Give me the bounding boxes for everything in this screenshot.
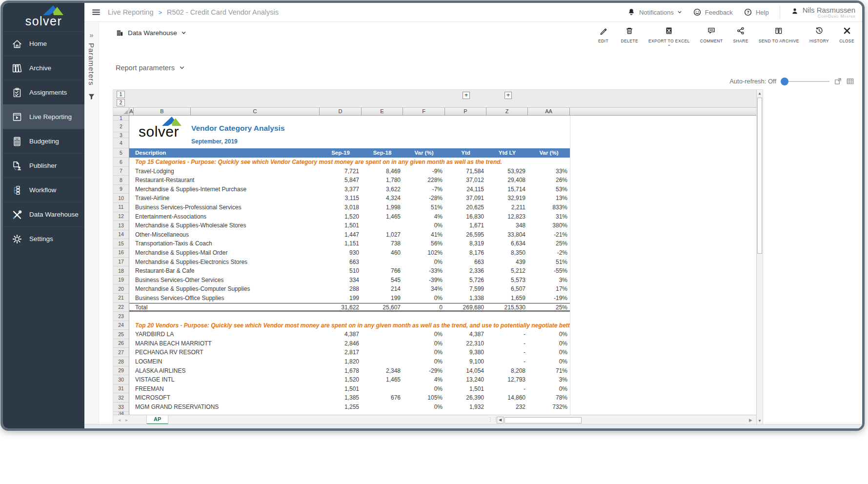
sheet-cell[interactable]: 56%: [403, 239, 445, 248]
sheet-cell[interactable]: -7%: [403, 185, 445, 194]
scroll-left-button[interactable]: ◀: [497, 417, 504, 424]
sheet-cell[interactable]: Business Services-Other Services: [129, 276, 320, 285]
sheet-cell[interactable]: 14,860: [486, 393, 528, 403]
sheet-cell[interactable]: 1,385: [320, 393, 362, 403]
export-to-excel-button[interactable]: EXPORT TO EXCEL⌄: [648, 26, 690, 46]
open-new-window-icon[interactable]: [834, 77, 842, 85]
vertical-scrollbar[interactable]: ▲ ▼: [756, 90, 763, 424]
sheet-cell[interactable]: 5,212: [486, 266, 528, 276]
row-number-28[interactable]: 28: [113, 357, 129, 366]
sheet-cell[interactable]: Business Services-Professional Services: [129, 203, 320, 212]
sheet-cell[interactable]: 105%: [403, 393, 445, 403]
sheet-cell[interactable]: 29,408: [486, 176, 528, 185]
sheet-cell[interactable]: 5,573: [486, 276, 528, 285]
sheet-cell[interactable]: -9%: [403, 167, 445, 176]
row-number-15[interactable]: 15: [113, 239, 129, 248]
sheet-cell[interactable]: 33,804: [486, 230, 528, 240]
sheet-cell[interactable]: 1,255: [320, 403, 362, 412]
sheet-cell[interactable]: 26%: [528, 176, 570, 185]
sheet-cell[interactable]: 0%: [403, 221, 445, 230]
sheet-cell[interactable]: 51%: [528, 258, 570, 267]
sheet-cell[interactable]: 460: [362, 248, 403, 258]
sheet-cell[interactable]: 12,823: [486, 212, 528, 222]
share-button[interactable]: SHARE: [733, 26, 748, 43]
scroll-up-button[interactable]: ▲: [757, 91, 763, 96]
sheet-cell[interactable]: Restaurant-Bar & Cafe: [129, 266, 320, 276]
sheet-cell[interactable]: 4%: [403, 375, 445, 384]
sheet-cell[interactable]: -39%: [403, 276, 445, 285]
sheet-cell[interactable]: 0: [403, 303, 445, 311]
sheet-cell[interactable]: 545: [362, 276, 403, 285]
sheet-cell[interactable]: MGM GRAND RESERVATIONS: [129, 403, 320, 412]
sheet-cell[interactable]: 663: [445, 258, 486, 267]
user-menu[interactable]: Nils Rasmussen CorpDemo Master: [791, 6, 855, 19]
row-number-17[interactable]: 17: [113, 258, 129, 267]
row-number-30[interactable]: 30: [113, 375, 129, 384]
sheet-cell[interactable]: 53,929: [486, 167, 528, 176]
edit-button[interactable]: EDIT: [596, 26, 611, 43]
sheet-cell[interactable]: 380%: [528, 221, 570, 230]
column-header-Z[interactable]: Z: [486, 108, 528, 115]
auto-refresh-slider[interactable]: [781, 78, 829, 85]
sheet-cell[interactable]: 8,176: [445, 248, 486, 258]
select-all-corner[interactable]: [113, 108, 129, 115]
sheet-cell[interactable]: 0%: [528, 357, 570, 366]
sheet-cell[interactable]: 766: [362, 266, 403, 276]
row-number-31[interactable]: 31: [113, 384, 129, 394]
row-number-6[interactable]: 6: [113, 158, 129, 167]
menu-icon[interactable]: [91, 8, 101, 17]
delete-button[interactable]: DELETE: [621, 26, 638, 43]
sheet-cell[interactable]: 102%: [403, 248, 445, 258]
sheet-cell[interactable]: 732%: [528, 403, 570, 412]
column-header-P[interactable]: P: [445, 108, 486, 115]
sheet-cell[interactable]: -: [486, 384, 528, 394]
row-number-2[interactable]: 2: [113, 121, 129, 132]
sheet-cell[interactable]: 1,820: [320, 357, 362, 366]
sheet-cell[interactable]: 1,027: [362, 230, 403, 240]
sheet-cell[interactable]: 2,846: [320, 339, 362, 348]
sheet-cell[interactable]: 15,714: [486, 185, 528, 194]
sheet-cell[interactable]: -2%: [528, 248, 570, 258]
breadcrumb-section[interactable]: Live Reporting: [108, 8, 154, 16]
row-number-13[interactable]: 13: [113, 221, 129, 230]
vertical-scroll-thumb[interactable]: [757, 98, 762, 254]
sheet-cell[interactable]: 5,726: [445, 276, 486, 285]
report-parameters-toggle[interactable]: Report parameters: [116, 64, 185, 72]
sheet-cell[interactable]: 3,377: [320, 185, 362, 194]
sheet-cell[interactable]: 288: [320, 284, 362, 294]
sheet-cell[interactable]: 14,054: [445, 366, 486, 376]
row-number-14[interactable]: 14: [113, 230, 129, 240]
sheet-cell[interactable]: 1,465: [362, 375, 403, 384]
sheet-cell[interactable]: 1,520: [320, 375, 362, 384]
row-number-22[interactable]: 22: [113, 303, 129, 312]
outline-level-2-button[interactable]: 2: [117, 99, 125, 106]
sheet-cell[interactable]: 930: [320, 248, 362, 258]
sheet-cell[interactable]: 3%: [528, 276, 570, 285]
sheet-cell[interactable]: 0%: [403, 348, 445, 357]
sheet-cell[interactable]: 199: [362, 294, 403, 303]
sheet-cell[interactable]: 13%: [528, 194, 570, 203]
grid-view-icon[interactable]: [846, 77, 854, 85]
sheet-cell[interactable]: 5,847: [320, 176, 362, 185]
sheet-cell[interactable]: Merchandise & Supplies-Computer Supplies: [129, 284, 320, 294]
sheet-cell[interactable]: 2,211: [486, 203, 528, 212]
sheet-cell[interactable]: 53%: [528, 185, 570, 194]
expand-panel-icon[interactable]: »: [89, 31, 93, 39]
sheet-cell[interactable]: MICROSOFT: [129, 393, 320, 403]
sheet-cell[interactable]: 348: [486, 221, 528, 230]
sheet-cell[interactable]: [362, 330, 403, 339]
sheet-cell[interactable]: Travel-Lodging: [129, 167, 320, 176]
sheet-cell[interactable]: 1,659: [486, 294, 528, 303]
sheet-cell[interactable]: -: [486, 348, 528, 357]
column-header-B[interactable]: B: [134, 108, 191, 115]
row-number-8[interactable]: 8: [113, 176, 129, 185]
section-note-cell[interactable]: Top 20 Vendors - Purpose: Quickly see wh…: [129, 321, 570, 330]
horizontal-scrollbar[interactable]: ◀: [497, 417, 582, 424]
sheet-cell[interactable]: 20,625: [445, 203, 486, 212]
sheet-cell[interactable]: 37,091: [445, 194, 486, 203]
sheet-cell[interactable]: 7,721: [320, 167, 362, 176]
sheet-cell[interactable]: -: [486, 357, 528, 366]
sheet-cell[interactable]: 1,447: [320, 230, 362, 240]
history-button[interactable]: HISTORY: [809, 26, 829, 43]
sheet-cell[interactable]: 4,387: [445, 330, 486, 339]
